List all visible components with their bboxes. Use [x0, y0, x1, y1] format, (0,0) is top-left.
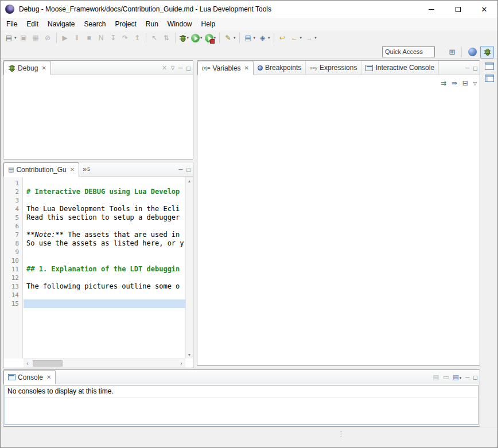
last-edit-location-button[interactable]: ↩ [277, 32, 289, 44]
mark-occurrences-button[interactable]: ✎▾ [222, 32, 237, 44]
close-tab-icon[interactable]: ✕ [46, 374, 51, 380]
minimize-window-button[interactable] [418, 1, 445, 18]
quick-access-field[interactable]: Quick Access [382, 46, 435, 57]
menu-run[interactable]: Run [141, 18, 163, 30]
new-wizard-button[interactable]: ▤▾ [3, 32, 18, 44]
save-button[interactable]: ▣ [18, 32, 30, 44]
editor-line[interactable]: **Note:** The assets that are used in [24, 231, 185, 239]
editor-line[interactable] [24, 299, 185, 308]
show-logical-structures-button[interactable]: ⇛ [452, 79, 457, 87]
editor-line[interactable]: The Lua Development Tools in the Ecli [24, 205, 185, 213]
step-return-button[interactable]: ↥ [131, 32, 143, 44]
tab-console[interactable]: Console ✕ [3, 370, 56, 384]
view-menu-button[interactable]: ▽ [473, 81, 477, 86]
open-perspective-button[interactable]: ⊞ [445, 46, 459, 59]
open-element-button[interactable]: ◈▾ [256, 32, 271, 44]
open-console-button[interactable]: ▤▾ [453, 373, 461, 381]
editor-line[interactable]: The following pictures outline some o [24, 282, 185, 291]
scroll-up-icon[interactable]: ▲ [188, 179, 192, 183]
tab-interactive-console[interactable]: Interactive Console [361, 61, 439, 75]
back-button[interactable]: ←▾ [289, 32, 304, 44]
dropdown-arrow-icon[interactable]: ▾ [200, 36, 203, 40]
dropdown-arrow-icon[interactable]: ▾ [300, 36, 302, 40]
dropdown-arrow-icon[interactable]: ▾ [268, 36, 270, 40]
dropdown-arrow-icon[interactable]: ▾ [314, 36, 317, 40]
minimize-view-button[interactable]: ─ [465, 65, 469, 71]
skip-all-breakpoints-button[interactable]: ⊘ [42, 32, 54, 44]
editor-line[interactable] [24, 256, 185, 265]
disconnect-button[interactable]: N [95, 32, 107, 44]
close-window-button[interactable]: ✕ [471, 1, 497, 18]
ldt-perspective-button[interactable] [465, 46, 479, 59]
maximize-view-button[interactable]: □ [186, 166, 190, 173]
tab-variables[interactable]: (x)=Variables✕ [197, 61, 254, 75]
code-editor[interactable]: # Interactive DEBUG using Lua DevelopThe… [24, 177, 185, 359]
maximize-view-button[interactable]: □ [186, 65, 190, 72]
restore-minimized-view-button-2[interactable] [485, 75, 494, 82]
dropdown-arrow-icon[interactable]: ▾ [234, 36, 236, 40]
editor-line[interactable]: ## 1. Explanation of the LDT debuggin [24, 265, 185, 274]
minimize-view-button[interactable]: ─ [178, 166, 182, 173]
close-tab-icon[interactable]: ✕ [244, 65, 249, 71]
collapse-all-button[interactable]: ⊟ [462, 79, 468, 87]
scroll-left-icon[interactable]: ‹ [24, 360, 32, 367]
tab-contribution-guide[interactable]: ▤ Contribution_Gu ✕ [3, 162, 79, 177]
step-into-button[interactable]: ↧ [107, 32, 119, 44]
tab-expressions[interactable]: x=yExpressions [306, 61, 361, 75]
editor-line[interactable] [24, 291, 185, 299]
use-step-filters-button[interactable]: ⇅ [161, 32, 173, 44]
step-over-button[interactable]: ↷ [119, 32, 131, 44]
terminate-button[interactable]: ■ [83, 32, 95, 44]
show-type-names-button[interactable]: ⇉ [441, 79, 446, 87]
editor-line[interactable]: So use the assets as listed here, or y [24, 239, 185, 248]
debug-button[interactable]: ▾ [178, 32, 190, 44]
maximize-view-button[interactable]: □ [473, 65, 477, 72]
restore-minimized-view-button-1[interactable] [485, 63, 494, 70]
scroll-down-icon[interactable]: ▼ [188, 353, 192, 357]
scroll-right-icon[interactable]: › [177, 360, 185, 367]
menu-help[interactable]: Help [197, 18, 220, 30]
remove-all-terminated-button[interactable]: ✕ [162, 64, 167, 72]
editor-line[interactable] [24, 222, 185, 231]
editor-line[interactable] [24, 274, 185, 282]
tab-debug[interactable]: Debug ✕ [3, 61, 51, 75]
menu-file[interactable]: File [2, 18, 22, 30]
editor-line[interactable]: # Interactive DEBUG using Lua Develop [24, 188, 185, 196]
vertical-scrollbar[interactable]: ▲ ▼ [185, 177, 193, 359]
new-console-button[interactable]: ▤ [433, 373, 439, 381]
run-button[interactable]: ▾ [190, 32, 204, 44]
editor-line[interactable] [24, 248, 185, 256]
suspend-button[interactable]: ‖ [71, 32, 83, 44]
editor-line[interactable] [24, 179, 185, 188]
scrollbar-thumb[interactable] [33, 360, 63, 367]
dropdown-arrow-icon[interactable]: ▾ [14, 36, 17, 40]
tab-overflow-indicator[interactable]: » 5 [79, 162, 94, 176]
new-lua-file-button[interactable]: ▤▾ [242, 32, 257, 44]
menu-edit[interactable]: Edit [22, 18, 43, 30]
maximize-window-button[interactable] [445, 1, 471, 18]
editor-line[interactable]: Read this section to setup a debugger [24, 213, 185, 222]
dropdown-arrow-icon[interactable]: ▾ [187, 36, 189, 40]
tab-breakpoints[interactable]: Breakpoints [254, 61, 306, 75]
menu-search[interactable]: Search [79, 18, 110, 30]
minimize-view-button[interactable]: ─ [178, 65, 182, 71]
external-tools-button[interactable]: ▾ [204, 32, 217, 44]
horizontal-scrollbar[interactable]: ‹ › [24, 359, 185, 368]
save-all-button[interactable]: ▦ [30, 32, 42, 44]
debug-perspective-button[interactable] [480, 46, 494, 59]
splitter-grip-icon[interactable]: ⋮ [338, 430, 344, 438]
display-selected-console-button[interactable]: ▭ [443, 373, 449, 381]
minimize-view-button[interactable]: ─ [465, 374, 469, 380]
drop-to-frame-button[interactable]: ↖ [149, 32, 161, 44]
menu-project[interactable]: Project [110, 18, 141, 30]
maximize-view-button[interactable]: □ [473, 374, 477, 381]
close-tab-icon[interactable]: ✕ [70, 166, 75, 173]
close-tab-icon[interactable]: ✕ [41, 65, 46, 71]
menu-window[interactable]: Window [163, 18, 197, 30]
menu-navigate[interactable]: Navigate [43, 18, 79, 30]
dropdown-arrow-icon[interactable]: ▾ [254, 36, 256, 40]
forward-button[interactable]: →▾ [303, 32, 318, 44]
resume-button[interactable]: ▶ [59, 32, 71, 44]
view-menu-button[interactable]: ▽ [171, 65, 174, 71]
editor-line[interactable] [24, 196, 185, 205]
